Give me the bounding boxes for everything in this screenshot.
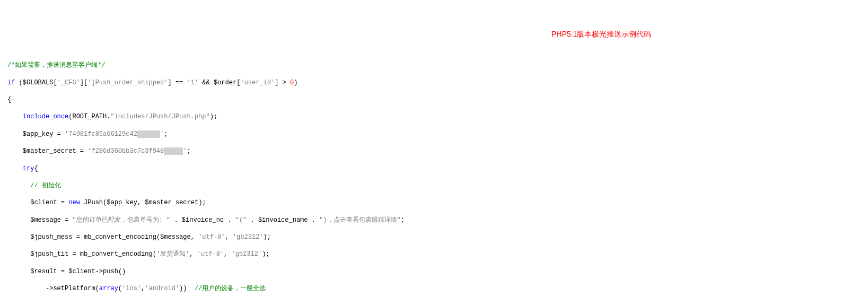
code-line: /*如果需要，推送消息至客户端*/	[2, 61, 868, 69]
code-line: $message = "您的订单已配发，包裹单号为: " . $invoice_…	[2, 216, 868, 224]
code-line: if ($GLOBALS['_CFG']['jPush_order_shippe…	[2, 79, 868, 87]
redacted-text	[164, 147, 183, 155]
code-line: include_once(ROOT_PATH."includes/JPush/J…	[2, 112, 868, 121]
code-editor[interactable]: /*如果需要，推送消息至客户端*/ if ($GLOBALS['_CFG']['…	[0, 51, 868, 296]
annotation-label: PHP5.1版本极光推送示例代码	[551, 29, 651, 39]
code-line: $client = new JPush($app_key, $master_se…	[2, 198, 868, 207]
code-line: $jpush_tit = mb_convert_encoding('发货通知',…	[2, 250, 868, 258]
code-line: try{	[2, 164, 868, 173]
code-line: {	[2, 95, 868, 104]
code-line: // 初始化	[2, 181, 868, 190]
code-line: ->setPlatform(array('ios','android')) //…	[2, 284, 868, 293]
code-line: $result = $client->push()	[2, 267, 868, 276]
code-line: $app_key = '74981fc85a66129c42 ';	[2, 130, 868, 138]
redacted-text	[137, 130, 160, 138]
code-line: $master_secret = 'f286d360bb3c7d3f948 ';	[2, 147, 868, 155]
code-line: $jpush_mess = mb_convert_encoding($messa…	[2, 233, 868, 241]
